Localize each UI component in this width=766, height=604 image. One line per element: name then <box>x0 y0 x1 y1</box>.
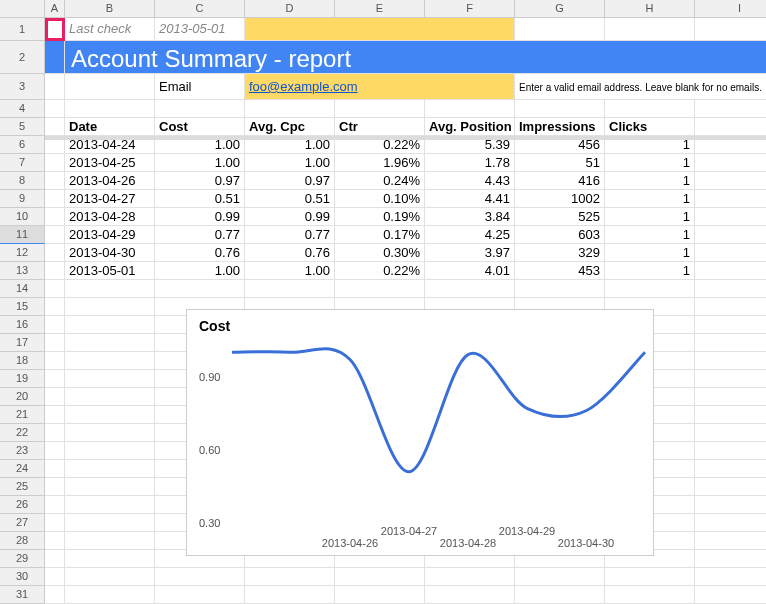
cell-I16[interactable] <box>695 316 766 334</box>
cell-F4[interactable] <box>425 100 515 118</box>
cell-A25[interactable] <box>45 478 65 496</box>
cost-chart[interactable]: Cost0.300.600.902013-04-262013-04-272013… <box>186 309 654 556</box>
cell-F10[interactable]: 3.84 <box>425 208 515 226</box>
row-header-9[interactable]: 9 <box>0 190 45 208</box>
cell-F13[interactable]: 4.01 <box>425 262 515 280</box>
cell-A28[interactable] <box>45 532 65 550</box>
cell-B10[interactable]: 2013-04-28 <box>65 208 155 226</box>
cell-C13[interactable]: 1.00 <box>155 262 245 280</box>
cell-I7[interactable] <box>695 154 766 172</box>
cell-B5[interactable]: Date <box>65 118 155 136</box>
cell-H1[interactable] <box>605 18 695 41</box>
row-header-24[interactable]: 24 <box>0 460 45 478</box>
col-header-G[interactable]: G <box>515 0 605 18</box>
cell-B26[interactable] <box>65 496 155 514</box>
cell-E7[interactable]: 1.96% <box>335 154 425 172</box>
cell-E14[interactable] <box>335 280 425 298</box>
cell-C7[interactable]: 1.00 <box>155 154 245 172</box>
cell-H7[interactable]: 1 <box>605 154 695 172</box>
cell-I9[interactable] <box>695 190 766 208</box>
cell-I4[interactable] <box>695 100 766 118</box>
row-header-20[interactable]: 20 <box>0 388 45 406</box>
cell-I24[interactable] <box>695 460 766 478</box>
row-header-22[interactable]: 22 <box>0 424 45 442</box>
cell-I26[interactable] <box>695 496 766 514</box>
cell-B4[interactable] <box>65 100 155 118</box>
row-header-18[interactable]: 18 <box>0 352 45 370</box>
cell-G9[interactable]: 1002 <box>515 190 605 208</box>
cell-E12[interactable]: 0.30% <box>335 244 425 262</box>
cell-B28[interactable] <box>65 532 155 550</box>
cell-A20[interactable] <box>45 388 65 406</box>
cell-I13[interactable] <box>695 262 766 280</box>
row-header-4[interactable]: 4 <box>0 100 45 118</box>
cell-A24[interactable] <box>45 460 65 478</box>
col-header-H[interactable]: H <box>605 0 695 18</box>
row-header-17[interactable]: 17 <box>0 334 45 352</box>
cell-H9[interactable]: 1 <box>605 190 695 208</box>
cell-B23[interactable] <box>65 442 155 460</box>
cell-B31[interactable] <box>65 586 155 604</box>
cell-B30[interactable] <box>65 568 155 586</box>
cell-A29[interactable] <box>45 550 65 568</box>
cell-G14[interactable] <box>515 280 605 298</box>
cell-F30[interactable] <box>425 568 515 586</box>
cell-A30[interactable] <box>45 568 65 586</box>
cell-H4[interactable] <box>605 100 695 118</box>
cell-I5[interactable] <box>695 118 766 136</box>
cell-B22[interactable] <box>65 424 155 442</box>
cell-G3[interactable]: Enter a valid email address. Leave blank… <box>515 74 766 100</box>
cell-A12[interactable] <box>45 244 65 262</box>
col-header-B[interactable]: B <box>65 0 155 18</box>
cell-A13[interactable] <box>45 262 65 280</box>
cell-B20[interactable] <box>65 388 155 406</box>
row-header-10[interactable]: 10 <box>0 208 45 226</box>
cell-C12[interactable]: 0.76 <box>155 244 245 262</box>
cell-B3[interactable] <box>65 74 155 100</box>
cell-I22[interactable] <box>695 424 766 442</box>
cell-G10[interactable]: 525 <box>515 208 605 226</box>
cell-E10[interactable]: 0.19% <box>335 208 425 226</box>
row-header-16[interactable]: 16 <box>0 316 45 334</box>
cell-B8[interactable]: 2013-04-26 <box>65 172 155 190</box>
cell-D13[interactable]: 1.00 <box>245 262 335 280</box>
cell-A16[interactable] <box>45 316 65 334</box>
cell-A31[interactable] <box>45 586 65 604</box>
cell-D1[interactable] <box>245 18 515 41</box>
row-header-2[interactable]: 2 <box>0 41 45 74</box>
row-header-8[interactable]: 8 <box>0 172 45 190</box>
cell-C31[interactable] <box>155 586 245 604</box>
cell-G31[interactable] <box>515 586 605 604</box>
cell-A5[interactable] <box>45 118 65 136</box>
cell-E4[interactable] <box>335 100 425 118</box>
cell-I18[interactable] <box>695 352 766 370</box>
cell-I15[interactable] <box>695 298 766 316</box>
cell-A1[interactable] <box>45 18 65 41</box>
cell-B14[interactable] <box>65 280 155 298</box>
cell-H14[interactable] <box>605 280 695 298</box>
cell-F7[interactable]: 1.78 <box>425 154 515 172</box>
cell-I31[interactable] <box>695 586 766 604</box>
cell-I25[interactable] <box>695 478 766 496</box>
cell-B18[interactable] <box>65 352 155 370</box>
cell-A7[interactable] <box>45 154 65 172</box>
cell-I10[interactable] <box>695 208 766 226</box>
cell-A14[interactable] <box>45 280 65 298</box>
col-header-I[interactable]: I <box>695 0 766 18</box>
cell-D14[interactable] <box>245 280 335 298</box>
cell-H5[interactable]: Clicks <box>605 118 695 136</box>
cell-B11[interactable]: 2013-04-29 <box>65 226 155 244</box>
cell-H31[interactable] <box>605 586 695 604</box>
cell-C30[interactable] <box>155 568 245 586</box>
cell-G8[interactable]: 416 <box>515 172 605 190</box>
cell-F9[interactable]: 4.41 <box>425 190 515 208</box>
row-header-3[interactable]: 3 <box>0 74 45 100</box>
cell-F14[interactable] <box>425 280 515 298</box>
cell-B15[interactable] <box>65 298 155 316</box>
cell-H8[interactable]: 1 <box>605 172 695 190</box>
cell-C3[interactable]: Email <box>155 74 245 100</box>
cell-F5[interactable]: Avg. Position <box>425 118 515 136</box>
cell-A3[interactable] <box>45 74 65 100</box>
cell-E13[interactable]: 0.22% <box>335 262 425 280</box>
cell-D30[interactable] <box>245 568 335 586</box>
